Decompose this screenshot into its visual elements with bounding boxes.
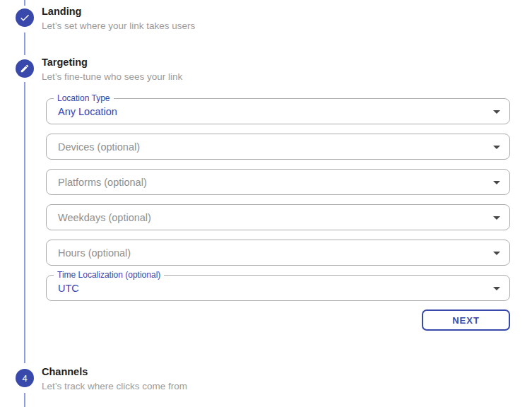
time-localization-value: UTC [58, 283, 79, 294]
step-targeting-subtitle: Let’s fine-tune who sees your link [42, 71, 182, 83]
stepper-connector-top [24, 0, 25, 6]
step-number: 4 [22, 373, 27, 384]
platforms-placeholder: Platforms (optional) [58, 177, 147, 188]
location-type-label: Location Type [54, 93, 114, 103]
step-landing-circle[interactable] [16, 8, 34, 27]
chevron-down-icon [488, 244, 505, 261]
step-targeting-circle[interactable] [16, 59, 34, 78]
chevron-down-icon [488, 209, 505, 226]
check-icon [19, 12, 30, 23]
step-channels-subtitle: Let’s track where clicks come from [42, 381, 187, 392]
link-setup-wizard: Landing Let’s set where your link takes … [0, 0, 532, 407]
edit-icon [20, 64, 30, 73]
hours-placeholder: Hours (optional) [58, 247, 131, 259]
weekdays-placeholder: Weekdays (optional) [58, 212, 151, 223]
step-landing-title[interactable]: Landing [42, 6, 81, 18]
step-channels-title: Channels [42, 366, 88, 378]
chevron-down-icon [488, 174, 505, 191]
stepper-connector-bottom [24, 393, 25, 407]
devices-placeholder: Devices (optional) [58, 141, 140, 153]
stepper-connector-landing-targeting [24, 33, 25, 55]
hours-select[interactable]: Hours (optional) [46, 240, 510, 266]
chevron-down-icon [488, 280, 505, 297]
devices-select[interactable]: Devices (optional) [46, 134, 510, 160]
chevron-down-icon [488, 103, 505, 120]
step-landing-subtitle: Let’s set where your link takes users [42, 20, 195, 32]
weekdays-select[interactable]: Weekdays (optional) [46, 204, 510, 230]
chevron-down-icon [488, 138, 505, 155]
next-button[interactable]: NEXT [422, 309, 510, 331]
time-localization-label: Time Localization (optional) [54, 270, 164, 280]
time-localization-select[interactable]: Time Localization (optional) UTC [46, 275, 510, 301]
step-channels-circle: 4 [16, 369, 34, 387]
stepper-connector-targeting-channels [24, 82, 25, 363]
platforms-select[interactable]: Platforms (optional) [46, 169, 510, 195]
location-type-value: Any Location [58, 106, 117, 117]
step-targeting-title[interactable]: Targeting [42, 57, 88, 69]
location-type-select[interactable]: Location Type Any Location [46, 98, 510, 124]
